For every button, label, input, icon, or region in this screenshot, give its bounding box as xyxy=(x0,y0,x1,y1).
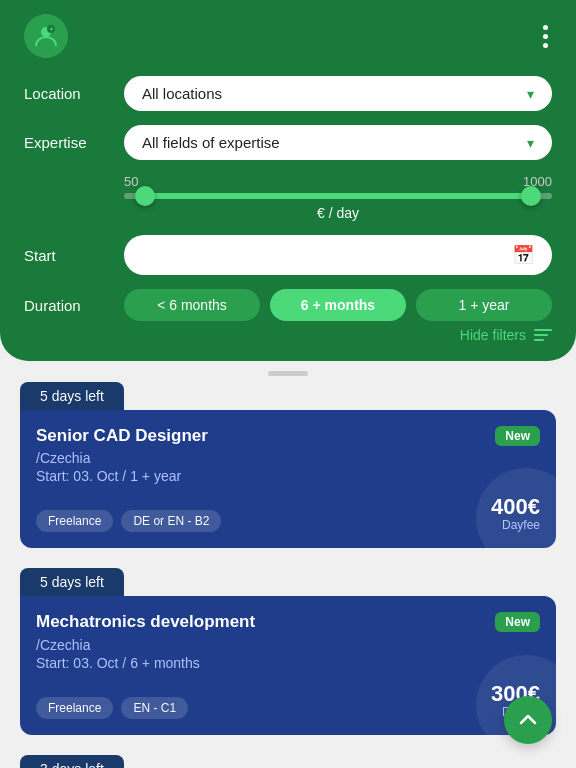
location-value: All locations xyxy=(142,85,222,102)
job-title-2: Mechatronics development xyxy=(36,612,485,632)
filter-panel: Location All locations ▾ Expertise All f… xyxy=(0,0,576,361)
slider-thumb-right[interactable] xyxy=(521,186,541,206)
job-start-2: Start: 03. Oct / 6 + months xyxy=(36,655,540,671)
more-options-button[interactable] xyxy=(539,21,552,52)
price-unit-label: € / day xyxy=(124,205,552,221)
location-label: Location xyxy=(24,85,124,102)
price-slider-section: 50 1000 € / day xyxy=(24,174,552,221)
duration-lt-6months-button[interactable]: < 6 months xyxy=(124,289,260,321)
job-card-1-header: Senior CAD Designer New xyxy=(36,426,540,446)
location-filter-row: Location All locations ▾ xyxy=(24,76,552,111)
start-label: Start xyxy=(24,247,124,264)
location-chevron-icon: ▾ xyxy=(527,86,534,102)
avatar[interactable] xyxy=(24,14,68,58)
top-bar xyxy=(24,14,552,58)
calendar-icon: 📅 xyxy=(512,244,534,266)
job-card-1-bottom: Freelance DE or EN - B2 400€ Dayfee xyxy=(36,496,540,532)
new-badge-2: New xyxy=(495,612,540,632)
expertise-chevron-icon: ▾ xyxy=(527,135,534,151)
duration-label: Duration xyxy=(24,297,124,314)
price-range-labels: 50 1000 xyxy=(124,174,552,189)
days-left-badge-2: 5 days left xyxy=(20,568,124,596)
duration-filter-row: Duration < 6 months 6 + months 1 + year xyxy=(24,289,552,321)
job-card-wrapper-3: 3 days left xyxy=(20,755,556,768)
job-start-1: Start: 03. Oct / 1 + year xyxy=(36,468,540,484)
job-card-wrapper-1: 5 days left Senior CAD Designer New /Cze… xyxy=(20,382,556,548)
job-card-2-bottom: Freelance EN - C1 300€ Dayfee xyxy=(36,683,540,719)
job-location-1: /Czechia xyxy=(36,450,540,466)
slider-thumb-left[interactable] xyxy=(135,186,155,206)
expertise-value: All fields of expertise xyxy=(142,134,280,151)
duration-6plus-months-button[interactable]: 6 + months xyxy=(270,289,406,321)
start-date-input[interactable]: 📅 xyxy=(124,235,552,275)
expertise-dropdown[interactable]: All fields of expertise ▾ xyxy=(124,125,552,160)
start-filter-row: Start 📅 xyxy=(24,235,552,275)
job-tag-lang-1: DE or EN - B2 xyxy=(121,510,221,532)
expertise-label: Expertise xyxy=(24,134,124,151)
job-tag-lang-2: EN - C1 xyxy=(121,697,188,719)
price-amount-1: 400€ xyxy=(491,496,540,518)
job-tags-2: Freelance EN - C1 xyxy=(36,697,188,719)
new-badge-1: New xyxy=(495,426,540,446)
job-location-2: /Czechia xyxy=(36,637,540,653)
job-title-1: Senior CAD Designer xyxy=(36,426,485,446)
scroll-handle xyxy=(268,371,308,376)
job-tag-freelance-1: Freelance xyxy=(36,510,113,532)
slider-fill xyxy=(145,193,530,199)
hide-filters-row: Hide filters xyxy=(24,327,552,343)
job-card-wrapper-2: 5 days left Mechatronics development New… xyxy=(20,568,556,734)
hide-filters-button[interactable]: Hide filters xyxy=(460,327,526,343)
days-left-badge-1: 5 days left xyxy=(20,382,124,410)
job-tags-1: Freelance DE or EN - B2 xyxy=(36,510,221,532)
duration-1plus-year-button[interactable]: 1 + year xyxy=(416,289,552,321)
job-tag-freelance-2: Freelance xyxy=(36,697,113,719)
job-card-2-header: Mechatronics development New xyxy=(36,612,540,632)
job-price-1: 400€ Dayfee xyxy=(491,496,540,532)
scroll-top-button[interactable] xyxy=(504,696,552,744)
price-slider-track[interactable] xyxy=(124,193,552,199)
job-card-1[interactable]: Senior CAD Designer New /Czechia Start: … xyxy=(20,410,556,548)
filter-lines-icon[interactable] xyxy=(534,329,552,341)
price-min-label: 50 xyxy=(124,174,138,189)
job-card-2[interactable]: Mechatronics development New /Czechia St… xyxy=(20,596,556,734)
duration-buttons: < 6 months 6 + months 1 + year xyxy=(124,289,552,321)
days-left-badge-3: 3 days left xyxy=(20,755,124,768)
price-label-1: Dayfee xyxy=(491,518,540,532)
expertise-filter-row: Expertise All fields of expertise ▾ xyxy=(24,125,552,160)
jobs-section: 5 days left Senior CAD Designer New /Cze… xyxy=(0,382,576,768)
location-dropdown[interactable]: All locations ▾ xyxy=(124,76,552,111)
